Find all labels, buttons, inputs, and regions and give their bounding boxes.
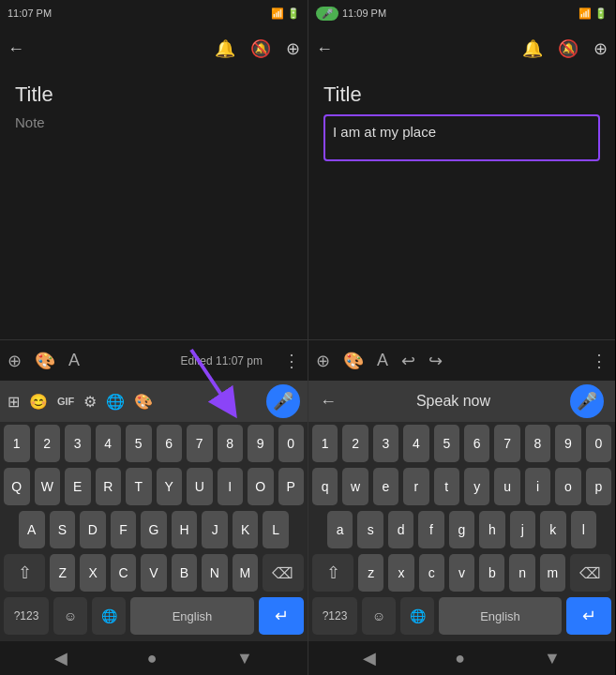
key-9-left[interactable]: 9 [248,425,274,462]
space-key-left[interactable]: English [130,597,254,635]
key-4-left[interactable]: 4 [96,425,122,462]
key-Q-left[interactable]: Q [4,468,30,505]
key-w-right[interactable]: w [342,468,368,505]
globe-key-right[interactable]: 🌐 [400,597,434,635]
key-m-right[interactable]: m [540,554,565,592]
key-T-left[interactable]: T [126,468,152,505]
more-icon-right[interactable]: ⋮ [591,351,608,371]
key-N-left[interactable]: N [202,554,227,592]
num-key-left[interactable]: ?123 [4,597,49,635]
key-1-left[interactable]: 1 [4,425,30,462]
key-p-right[interactable]: p [586,468,611,505]
key-A-left[interactable]: A [19,511,45,548]
key-l-right[interactable]: l [571,511,596,548]
text-format-icon-left[interactable]: A [68,351,80,370]
key-f-right[interactable]: f [418,511,443,548]
emoji-key-right[interactable]: ☺ [362,597,396,635]
key-R-left[interactable]: R [96,468,122,505]
key-2-left[interactable]: 2 [35,425,61,462]
key-n-right[interactable]: n [509,554,534,592]
key-s-right[interactable]: s [357,511,383,548]
back-button-left[interactable]: ← [8,39,24,59]
key-g-right[interactable]: g [449,511,474,548]
key-U-left[interactable]: U [187,468,213,505]
key-W-left[interactable]: W [35,468,61,505]
key-M-left[interactable]: M [233,554,258,592]
num-key-right[interactable]: ?123 [312,597,357,635]
key-c-right[interactable]: c [419,554,444,592]
redo-icon-right[interactable]: ↪ [428,351,443,371]
backspace-key-left[interactable]: ⌫ [263,554,304,592]
bell-outline-icon-right[interactable]: 🔕 [558,38,578,59]
key-E-left[interactable]: E [65,468,91,505]
key-o-right[interactable]: o [555,468,580,505]
key-t-right[interactable]: t [434,468,459,505]
speak-now-back-icon[interactable]: ← [320,392,337,412]
key-k-right[interactable]: k [540,511,565,548]
key-3-left[interactable]: 3 [65,425,91,462]
key-b-right[interactable]: b [479,554,504,592]
key-D-left[interactable]: D [80,511,106,548]
key-S-left[interactable]: S [50,511,76,548]
settings-icon-left[interactable]: ⚙ [83,393,97,411]
palette-icon-right[interactable]: 🎨 [343,351,364,371]
add-content-icon-left[interactable]: ⊕ [286,38,300,59]
key-h-right[interactable]: h [479,511,504,548]
key-8-right[interactable]: 8 [525,425,550,462]
key-K-left[interactable]: K [233,511,259,548]
key-J-left[interactable]: J [202,511,228,548]
enter-key-right[interactable]: ↵ [566,597,611,635]
nav-recent-left[interactable]: ▼ [236,649,253,668]
key-3-right[interactable]: 3 [373,425,398,462]
key-x-right[interactable]: x [388,554,413,592]
globe-key-left[interactable]: 🌐 [92,597,126,635]
bell-icon-right[interactable]: 🔔 [522,38,543,59]
key-O-left[interactable]: O [248,468,274,505]
add-icon-right[interactable]: ⊕ [316,351,330,371]
bell-outline-icon-left[interactable]: 🔕 [250,38,271,59]
palette-icon-left[interactable]: 🎨 [35,351,55,371]
key-C-left[interactable]: C [111,554,136,592]
key-6-left[interactable]: 6 [157,425,183,462]
note-title-left[interactable]: Title [15,82,293,107]
key-7-left[interactable]: 7 [187,425,213,462]
key-5-left[interactable]: 5 [126,425,152,462]
gif-icon-left[interactable]: GIF [57,396,74,407]
space-key-right[interactable]: English [439,597,562,635]
key-i-right[interactable]: i [525,468,550,505]
nav-recent-right[interactable]: ▼ [544,649,561,668]
key-9-right[interactable]: 9 [555,425,580,462]
key-y-right[interactable]: y [464,468,489,505]
key-5-right[interactable]: 5 [434,425,459,462]
nav-back-left[interactable]: ◀ [54,648,68,668]
back-button-right[interactable]: ← [316,39,333,59]
key-a-right[interactable]: a [327,511,353,548]
note-body-left[interactable]: Note [15,114,293,130]
nav-home-right[interactable]: ● [455,649,465,668]
key-1-right[interactable]: 1 [312,425,338,462]
key-q-right[interactable]: q [312,468,338,505]
more-icon-left[interactable]: ⋮ [283,351,300,371]
key-j-right[interactable]: j [510,511,535,548]
key-Y-left[interactable]: Y [157,468,183,505]
key-B-left[interactable]: B [172,554,197,592]
palette-kb-icon-left[interactable]: 🎨 [134,393,153,411]
undo-icon-right[interactable]: ↩ [401,351,415,371]
key-4-right[interactable]: 4 [403,425,428,462]
enter-key-left[interactable]: ↵ [259,597,304,635]
key-I-left[interactable]: I [218,468,244,505]
key-X-left[interactable]: X [80,554,105,592]
key-L-left[interactable]: L [263,511,289,548]
translate-icon-left[interactable]: 🌐 [106,393,125,411]
key-F-left[interactable]: F [111,511,137,548]
key-z-right[interactable]: z [358,554,383,592]
bell-icon-left[interactable]: 🔔 [215,38,235,59]
key-P-left[interactable]: P [278,468,305,505]
add-icon-left[interactable]: ⊕ [8,351,22,371]
key-r-right[interactable]: r [403,468,428,505]
key-G-left[interactable]: G [141,511,167,548]
speak-now-mic-button[interactable]: 🎤 [570,384,604,418]
key-Z-left[interactable]: Z [50,554,75,592]
shift-key-left[interactable]: ⇧ [4,554,45,592]
key-2-right[interactable]: 2 [342,425,368,462]
